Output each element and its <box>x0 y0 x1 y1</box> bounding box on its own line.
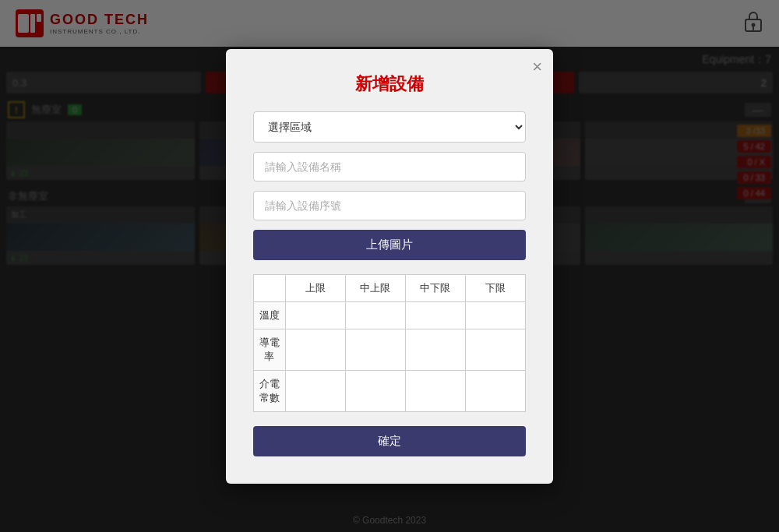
modal-overlay: × 新增設備 選擇區域 上傳圖片 上限 中上限 中下限 下限 <box>0 0 779 532</box>
diel-lower-mid[interactable] <box>405 370 465 411</box>
cond-lower-mid[interactable] <box>405 329 465 370</box>
temp-lower[interactable] <box>465 301 525 329</box>
table-header-upper-mid: 中上限 <box>345 274 405 301</box>
diel-upper-mid[interactable] <box>345 370 405 411</box>
cond-lower[interactable] <box>465 329 525 370</box>
table-row-conductivity: 導電率 <box>254 329 526 370</box>
temp-upper[interactable] <box>285 301 345 329</box>
cond-upper[interactable] <box>285 329 345 370</box>
table-header-empty <box>254 274 286 301</box>
table-header-lower: 下限 <box>465 274 525 301</box>
temp-lower-mid[interactable] <box>405 301 465 329</box>
limits-table: 上限 中上限 中下限 下限 溫度 導電率 <box>253 274 526 412</box>
add-equipment-modal: × 新增設備 選擇區域 上傳圖片 上限 中上限 中下限 下限 <box>226 49 553 484</box>
diel-upper[interactable] <box>285 370 345 411</box>
row-label-dielectric: 介電常數 <box>254 370 286 411</box>
device-serial-input[interactable] <box>253 191 526 220</box>
row-label-temperature: 溫度 <box>254 301 286 329</box>
modal-close-button[interactable]: × <box>532 58 542 76</box>
table-header-upper: 上限 <box>285 274 345 301</box>
table-row-temperature: 溫度 <box>254 301 526 329</box>
table-row-dielectric: 介電常數 <box>254 370 526 411</box>
cond-upper-mid[interactable] <box>345 329 405 370</box>
confirm-button[interactable]: 確定 <box>253 426 526 456</box>
upload-image-button[interactable]: 上傳圖片 <box>253 230 526 260</box>
select-area-dropdown[interactable]: 選擇區域 <box>253 111 526 143</box>
row-label-conductivity: 導電率 <box>254 329 286 370</box>
table-header-lower-mid: 中下限 <box>405 274 465 301</box>
modal-title: 新增設備 <box>253 72 526 96</box>
temp-upper-mid[interactable] <box>345 301 405 329</box>
diel-lower[interactable] <box>465 370 525 411</box>
device-name-input[interactable] <box>253 152 526 181</box>
